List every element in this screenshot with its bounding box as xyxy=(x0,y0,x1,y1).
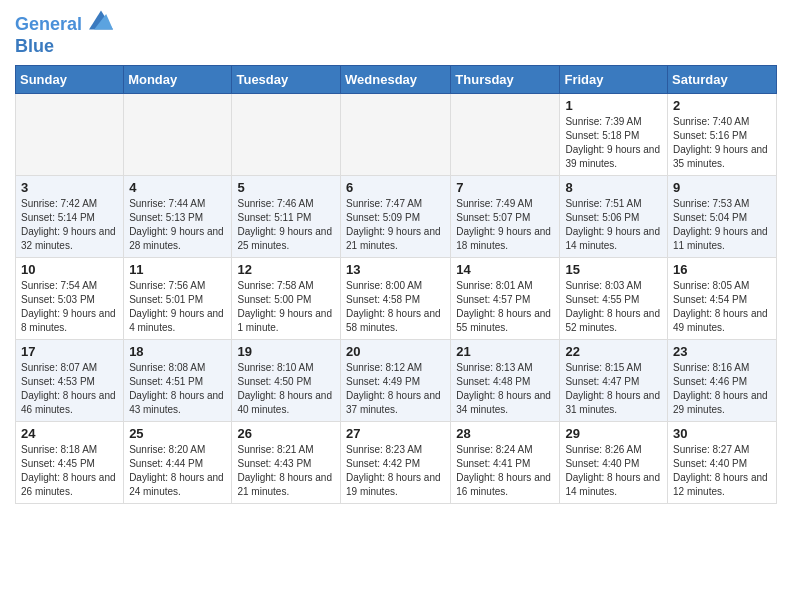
day-number: 19 xyxy=(237,344,335,359)
day-number: 13 xyxy=(346,262,445,277)
day-number: 1 xyxy=(565,98,662,113)
day-number: 25 xyxy=(129,426,226,441)
calendar-cell: 12Sunrise: 7:58 AM Sunset: 5:00 PM Dayli… xyxy=(232,258,341,340)
week-row-0: 1Sunrise: 7:39 AM Sunset: 5:18 PM Daylig… xyxy=(16,94,777,176)
week-row-1: 3Sunrise: 7:42 AM Sunset: 5:14 PM Daylig… xyxy=(16,176,777,258)
calendar-cell: 7Sunrise: 7:49 AM Sunset: 5:07 PM Daylig… xyxy=(451,176,560,258)
day-number: 9 xyxy=(673,180,771,195)
weekday-tuesday: Tuesday xyxy=(232,66,341,94)
day-number: 11 xyxy=(129,262,226,277)
day-number: 6 xyxy=(346,180,445,195)
calendar-cell: 24Sunrise: 8:18 AM Sunset: 4:45 PM Dayli… xyxy=(16,422,124,504)
calendar-cell: 8Sunrise: 7:51 AM Sunset: 5:06 PM Daylig… xyxy=(560,176,668,258)
weekday-saturday: Saturday xyxy=(668,66,777,94)
calendar-cell xyxy=(451,94,560,176)
calendar-cell: 16Sunrise: 8:05 AM Sunset: 4:54 PM Dayli… xyxy=(668,258,777,340)
day-info: Sunrise: 7:42 AM Sunset: 5:14 PM Dayligh… xyxy=(21,197,118,253)
weekday-friday: Friday xyxy=(560,66,668,94)
day-number: 28 xyxy=(456,426,554,441)
day-info: Sunrise: 8:00 AM Sunset: 4:58 PM Dayligh… xyxy=(346,279,445,335)
day-info: Sunrise: 8:07 AM Sunset: 4:53 PM Dayligh… xyxy=(21,361,118,417)
logo-text: General xyxy=(15,10,113,36)
day-info: Sunrise: 7:46 AM Sunset: 5:11 PM Dayligh… xyxy=(237,197,335,253)
day-info: Sunrise: 8:23 AM Sunset: 4:42 PM Dayligh… xyxy=(346,443,445,499)
weekday-monday: Monday xyxy=(124,66,232,94)
calendar-cell: 20Sunrise: 8:12 AM Sunset: 4:49 PM Dayli… xyxy=(341,340,451,422)
day-number: 22 xyxy=(565,344,662,359)
day-info: Sunrise: 8:26 AM Sunset: 4:40 PM Dayligh… xyxy=(565,443,662,499)
day-info: Sunrise: 8:12 AM Sunset: 4:49 PM Dayligh… xyxy=(346,361,445,417)
calendar-cell xyxy=(124,94,232,176)
day-info: Sunrise: 8:27 AM Sunset: 4:40 PM Dayligh… xyxy=(673,443,771,499)
calendar-cell: 5Sunrise: 7:46 AM Sunset: 5:11 PM Daylig… xyxy=(232,176,341,258)
day-info: Sunrise: 8:15 AM Sunset: 4:47 PM Dayligh… xyxy=(565,361,662,417)
day-info: Sunrise: 7:47 AM Sunset: 5:09 PM Dayligh… xyxy=(346,197,445,253)
day-number: 21 xyxy=(456,344,554,359)
calendar-cell: 1Sunrise: 7:39 AM Sunset: 5:18 PM Daylig… xyxy=(560,94,668,176)
day-info: Sunrise: 7:40 AM Sunset: 5:16 PM Dayligh… xyxy=(673,115,771,171)
day-number: 2 xyxy=(673,98,771,113)
calendar-cell: 3Sunrise: 7:42 AM Sunset: 5:14 PM Daylig… xyxy=(16,176,124,258)
calendar-cell: 13Sunrise: 8:00 AM Sunset: 4:58 PM Dayli… xyxy=(341,258,451,340)
day-info: Sunrise: 8:21 AM Sunset: 4:43 PM Dayligh… xyxy=(237,443,335,499)
day-info: Sunrise: 8:13 AM Sunset: 4:48 PM Dayligh… xyxy=(456,361,554,417)
calendar-cell: 29Sunrise: 8:26 AM Sunset: 4:40 PM Dayli… xyxy=(560,422,668,504)
day-info: Sunrise: 7:58 AM Sunset: 5:00 PM Dayligh… xyxy=(237,279,335,335)
logo-icon xyxy=(89,10,113,30)
calendar-table: SundayMondayTuesdayWednesdayThursdayFrid… xyxy=(15,65,777,504)
day-info: Sunrise: 8:01 AM Sunset: 4:57 PM Dayligh… xyxy=(456,279,554,335)
logo: General Blue xyxy=(15,10,113,57)
day-number: 16 xyxy=(673,262,771,277)
calendar-cell: 11Sunrise: 7:56 AM Sunset: 5:01 PM Dayli… xyxy=(124,258,232,340)
day-info: Sunrise: 7:49 AM Sunset: 5:07 PM Dayligh… xyxy=(456,197,554,253)
day-number: 15 xyxy=(565,262,662,277)
day-number: 26 xyxy=(237,426,335,441)
week-row-2: 10Sunrise: 7:54 AM Sunset: 5:03 PM Dayli… xyxy=(16,258,777,340)
day-number: 8 xyxy=(565,180,662,195)
calendar-cell xyxy=(232,94,341,176)
calendar-cell: 10Sunrise: 7:54 AM Sunset: 5:03 PM Dayli… xyxy=(16,258,124,340)
calendar-cell: 14Sunrise: 8:01 AM Sunset: 4:57 PM Dayli… xyxy=(451,258,560,340)
weekday-header-row: SundayMondayTuesdayWednesdayThursdayFrid… xyxy=(16,66,777,94)
calendar-cell xyxy=(341,94,451,176)
calendar-cell: 19Sunrise: 8:10 AM Sunset: 4:50 PM Dayli… xyxy=(232,340,341,422)
calendar-cell: 25Sunrise: 8:20 AM Sunset: 4:44 PM Dayli… xyxy=(124,422,232,504)
day-info: Sunrise: 7:56 AM Sunset: 5:01 PM Dayligh… xyxy=(129,279,226,335)
day-number: 10 xyxy=(21,262,118,277)
day-info: Sunrise: 7:39 AM Sunset: 5:18 PM Dayligh… xyxy=(565,115,662,171)
calendar-cell: 15Sunrise: 8:03 AM Sunset: 4:55 PM Dayli… xyxy=(560,258,668,340)
weekday-wednesday: Wednesday xyxy=(341,66,451,94)
calendar-cell: 22Sunrise: 8:15 AM Sunset: 4:47 PM Dayli… xyxy=(560,340,668,422)
calendar-cell: 21Sunrise: 8:13 AM Sunset: 4:48 PM Dayli… xyxy=(451,340,560,422)
calendar-cell: 4Sunrise: 7:44 AM Sunset: 5:13 PM Daylig… xyxy=(124,176,232,258)
logo-blue: Blue xyxy=(15,36,113,58)
day-info: Sunrise: 7:44 AM Sunset: 5:13 PM Dayligh… xyxy=(129,197,226,253)
day-number: 17 xyxy=(21,344,118,359)
calendar-cell: 26Sunrise: 8:21 AM Sunset: 4:43 PM Dayli… xyxy=(232,422,341,504)
day-info: Sunrise: 7:53 AM Sunset: 5:04 PM Dayligh… xyxy=(673,197,771,253)
day-number: 24 xyxy=(21,426,118,441)
calendar-cell: 6Sunrise: 7:47 AM Sunset: 5:09 PM Daylig… xyxy=(341,176,451,258)
day-info: Sunrise: 8:05 AM Sunset: 4:54 PM Dayligh… xyxy=(673,279,771,335)
day-info: Sunrise: 7:54 AM Sunset: 5:03 PM Dayligh… xyxy=(21,279,118,335)
page: General Blue SundayMondayTuesdayWednesda… xyxy=(0,0,792,514)
day-info: Sunrise: 8:20 AM Sunset: 4:44 PM Dayligh… xyxy=(129,443,226,499)
day-number: 23 xyxy=(673,344,771,359)
day-number: 18 xyxy=(129,344,226,359)
day-number: 29 xyxy=(565,426,662,441)
day-info: Sunrise: 8:18 AM Sunset: 4:45 PM Dayligh… xyxy=(21,443,118,499)
header: General Blue xyxy=(15,10,777,57)
week-row-3: 17Sunrise: 8:07 AM Sunset: 4:53 PM Dayli… xyxy=(16,340,777,422)
day-number: 3 xyxy=(21,180,118,195)
calendar-cell: 27Sunrise: 8:23 AM Sunset: 4:42 PM Dayli… xyxy=(341,422,451,504)
day-number: 30 xyxy=(673,426,771,441)
calendar-cell xyxy=(16,94,124,176)
weekday-sunday: Sunday xyxy=(16,66,124,94)
day-number: 14 xyxy=(456,262,554,277)
week-row-4: 24Sunrise: 8:18 AM Sunset: 4:45 PM Dayli… xyxy=(16,422,777,504)
day-number: 4 xyxy=(129,180,226,195)
day-info: Sunrise: 8:24 AM Sunset: 4:41 PM Dayligh… xyxy=(456,443,554,499)
weekday-thursday: Thursday xyxy=(451,66,560,94)
day-info: Sunrise: 8:08 AM Sunset: 4:51 PM Dayligh… xyxy=(129,361,226,417)
day-info: Sunrise: 7:51 AM Sunset: 5:06 PM Dayligh… xyxy=(565,197,662,253)
